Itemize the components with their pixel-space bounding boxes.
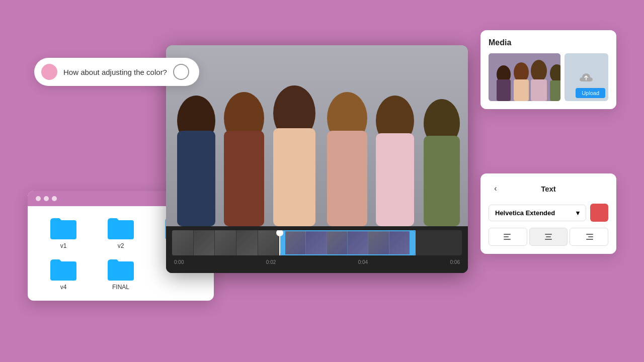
folder-icon-v2 bbox=[107, 216, 135, 239]
folder-label-v2: v2 bbox=[118, 242, 124, 249]
text-panel-title: Text bbox=[541, 185, 556, 193]
align-center-button[interactable] bbox=[529, 228, 568, 246]
timestamp-4: 0:04 bbox=[358, 259, 368, 265]
align-right-icon bbox=[585, 234, 593, 240]
titlebar-dot-2 bbox=[44, 196, 49, 201]
timestamp-0: 0:00 bbox=[174, 259, 184, 265]
timeline-ruler: 0:00 0:02 0:04 0:06 bbox=[172, 259, 462, 265]
video-timeline: 0:00 0:02 0:04 0:06 bbox=[166, 226, 468, 273]
titlebar-dot-3 bbox=[52, 196, 57, 201]
timeline-playhead[interactable] bbox=[279, 230, 280, 255]
media-panel: Media bbox=[480, 30, 616, 109]
folder-label-v4: v4 bbox=[60, 284, 67, 291]
svg-rect-5 bbox=[224, 131, 264, 226]
svg-rect-20 bbox=[531, 79, 547, 101]
align-center-icon bbox=[544, 234, 552, 240]
font-select[interactable]: Helvetica Extended ▾ bbox=[489, 205, 586, 221]
align-left-icon bbox=[504, 234, 512, 240]
folder-icon-v4 bbox=[49, 257, 77, 281]
svg-rect-3 bbox=[177, 131, 215, 226]
svg-rect-16 bbox=[497, 79, 511, 101]
titlebar-dot-1 bbox=[36, 196, 41, 201]
svg-rect-9 bbox=[327, 131, 367, 226]
align-right-button[interactable] bbox=[570, 228, 608, 246]
prompt-bubble: How about adjusting the color? bbox=[34, 58, 199, 86]
media-thumb-secondary: Upload bbox=[565, 53, 608, 101]
svg-rect-11 bbox=[376, 133, 414, 226]
font-name: Helvetica Extended bbox=[495, 209, 555, 217]
folder-v2[interactable]: v2 bbox=[97, 216, 144, 249]
text-panel-header: ‹ Text bbox=[489, 182, 608, 196]
text-panel: ‹ Text Helvetica Extended ▾ bbox=[480, 173, 616, 254]
folder-final[interactable]: FINAL bbox=[97, 257, 144, 291]
folder-v4[interactable]: v4 bbox=[40, 257, 87, 291]
cloud-upload-icon bbox=[579, 71, 594, 83]
video-content-women bbox=[166, 45, 468, 226]
svg-rect-13 bbox=[424, 136, 460, 226]
media-thumb-image bbox=[489, 53, 560, 101]
folder-v1[interactable]: v1 bbox=[40, 216, 87, 249]
media-thumbnails: Upload bbox=[489, 53, 608, 101]
folder-label-v1: v1 bbox=[60, 242, 67, 249]
font-row: Helvetica Extended ▾ bbox=[489, 204, 608, 222]
align-options-row bbox=[489, 228, 608, 246]
prompt-avatar bbox=[41, 64, 57, 80]
folder-icon-v1 bbox=[49, 216, 77, 239]
timeline-strip[interactable] bbox=[172, 230, 462, 255]
media-panel-title: Media bbox=[489, 38, 608, 47]
svg-point-19 bbox=[531, 60, 547, 82]
folder-icon-final bbox=[107, 257, 135, 281]
align-left-button[interactable] bbox=[489, 228, 527, 246]
media-thumb-main[interactable] bbox=[489, 53, 560, 101]
prompt-circle-icon bbox=[173, 64, 189, 80]
video-preview bbox=[166, 45, 468, 226]
svg-rect-22 bbox=[550, 80, 560, 101]
timestamp-6: 0:06 bbox=[450, 259, 460, 265]
folder-label-final: FINAL bbox=[112, 284, 129, 291]
svg-rect-18 bbox=[514, 79, 529, 101]
svg-rect-7 bbox=[273, 128, 315, 226]
color-swatch[interactable] bbox=[590, 204, 608, 222]
back-button[interactable]: ‹ bbox=[489, 182, 503, 196]
upload-button[interactable]: Upload bbox=[576, 88, 605, 98]
video-editor-window: 0:00 0:02 0:04 0:06 bbox=[166, 45, 468, 273]
prompt-text: How about adjusting the color? bbox=[63, 68, 167, 76]
chevron-down-icon: ▾ bbox=[576, 209, 580, 217]
timestamp-2: 0:02 bbox=[266, 259, 276, 265]
